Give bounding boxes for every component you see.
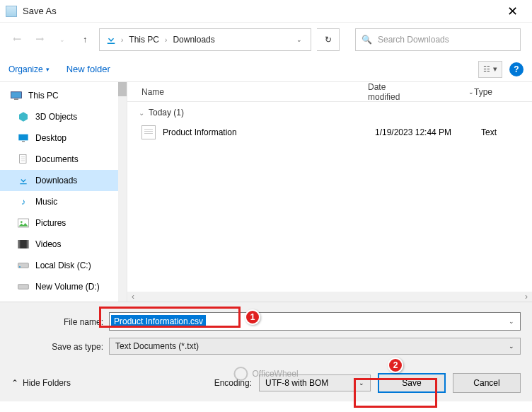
- file-list: Name Date modified⌄ Type ⌄ Today (1) Pro…: [127, 82, 532, 302]
- search-placeholder: Search Downloads: [378, 35, 449, 45]
- chevron-down-icon: ⌄: [468, 88, 474, 96]
- col-type[interactable]: Type: [474, 87, 532, 97]
- chevron-up-icon: ⌃: [11, 378, 18, 388]
- back-button[interactable]: 🠔: [8, 31, 25, 48]
- search-input[interactable]: 🔍 Search Downloads: [355, 28, 521, 51]
- svg-rect-2: [18, 135, 28, 141]
- hide-folders-button[interactable]: ⌃ Hide Folders: [11, 378, 71, 388]
- pc-icon: [10, 89, 23, 102]
- breadcrumb-item[interactable]: Downloads: [170, 33, 217, 46]
- svg-rect-11: [19, 266, 21, 267]
- filename-value: Product Information.csv: [111, 315, 206, 328]
- save-as-type-label: Save as type:: [11, 341, 103, 352]
- sidebar-item-this-pc[interactable]: This PC: [0, 85, 127, 106]
- chevron-down-icon: ⌄: [359, 379, 364, 387]
- scroll-left-icon[interactable]: ‹: [127, 292, 139, 302]
- column-headers: Name Date modified⌄ Type: [127, 82, 532, 102]
- refresh-button[interactable]: ↻: [317, 28, 340, 51]
- save-as-type-select[interactable]: Text Documents (*.txt) ⌄: [109, 338, 521, 355]
- sidebar-item-pictures[interactable]: Pictures: [0, 212, 127, 234]
- scroll-right-icon[interactable]: ›: [521, 292, 532, 302]
- chevron-down-icon: ⌄: [139, 109, 144, 117]
- body: This PC 3D Objects Desktop Documents Dow…: [0, 82, 532, 302]
- chevron-right-icon: ›: [121, 36, 123, 44]
- downloads-icon: [104, 33, 118, 47]
- filename-label: File name:: [11, 316, 103, 327]
- sidebar: This PC 3D Objects Desktop Documents Dow…: [0, 82, 127, 302]
- svg-point-6: [21, 221, 23, 223]
- window-icon: [6, 6, 17, 17]
- sidebar-scrollbar[interactable]: [118, 82, 127, 302]
- sidebar-item-new-volume[interactable]: New Volume (D:): [0, 276, 127, 297]
- sidebar-item-music[interactable]: ♪Music: [0, 191, 127, 212]
- titlebar: Save As ✕: [0, 0, 532, 23]
- bottom-bar: ⌃ Hide Folders Encoding: UTF-8 with BOM …: [0, 369, 532, 401]
- cancel-button[interactable]: Cancel: [453, 373, 521, 393]
- disk-icon: [17, 259, 30, 272]
- up-button[interactable]: ↑: [76, 31, 93, 48]
- sidebar-item-desktop[interactable]: Desktop: [0, 127, 127, 149]
- file-date: 1/19/2023 12:44 PM: [375, 127, 481, 137]
- window-title: Save As: [23, 6, 499, 16]
- sidebar-item-documents[interactable]: Documents: [0, 149, 127, 170]
- desktop-icon: [17, 132, 30, 144]
- col-name[interactable]: Name: [141, 87, 368, 97]
- svg-rect-1: [14, 99, 18, 101]
- svg-rect-0: [11, 92, 22, 98]
- recent-dropdown[interactable]: ⌄: [54, 31, 71, 48]
- svg-rect-9: [27, 240, 29, 248]
- text-file-icon: [141, 125, 156, 139]
- navbar: 🠔 🠖 ⌄ ↑ › This PC › Downloads ⌄ ↻ 🔍 Sear…: [0, 23, 532, 57]
- chevron-down-icon[interactable]: ⌄: [503, 318, 520, 325]
- horizontal-scrollbar[interactable]: ‹ ›: [127, 292, 532, 302]
- svg-rect-8: [18, 240, 21, 248]
- sidebar-item-local-disk[interactable]: Local Disk (C:): [0, 255, 127, 276]
- breadcrumb[interactable]: › This PC › Downloads ⌄: [99, 28, 311, 51]
- cube-icon: [17, 110, 30, 123]
- sidebar-item-downloads[interactable]: Downloads: [0, 170, 127, 191]
- svg-rect-3: [22, 141, 25, 142]
- pictures-icon: [17, 217, 30, 229]
- organize-menu[interactable]: Organize▾: [8, 64, 50, 74]
- annotation-badge-2: 2: [388, 357, 403, 373]
- sidebar-item-3d-objects[interactable]: 3D Objects: [0, 106, 127, 127]
- downloads-icon: [17, 174, 30, 187]
- new-folder-button[interactable]: New folder: [66, 64, 110, 74]
- videos-icon: [17, 238, 30, 251]
- group-header[interactable]: ⌄ Today (1): [127, 102, 532, 120]
- chevron-down-icon: ▾: [46, 66, 50, 73]
- disk-icon: [17, 280, 30, 293]
- chevron-right-icon: ›: [165, 36, 167, 44]
- save-button[interactable]: Save: [378, 373, 446, 393]
- search-icon: 🔍: [362, 35, 372, 45]
- documents-icon: [17, 153, 30, 166]
- toolbar: Organize▾ New folder ☷ ▾ ?: [0, 57, 532, 82]
- sidebar-item-videos[interactable]: Videos: [0, 234, 127, 255]
- save-panel: File name: Product Information.csv ⌄ Sav…: [0, 302, 532, 369]
- help-button[interactable]: ?: [509, 62, 524, 76]
- music-icon: ♪: [17, 195, 30, 208]
- file-row[interactable]: Product Information 1/19/2023 12:44 PM T…: [127, 120, 532, 144]
- encoding-label: Encoding:: [214, 378, 252, 388]
- chevron-down-icon[interactable]: ⌄: [292, 36, 306, 43]
- annotation-badge-1: 1: [245, 309, 260, 325]
- file-type: Text: [481, 127, 532, 137]
- chevron-down-icon: ⌄: [509, 343, 514, 350]
- filename-input[interactable]: Product Information.csv ⌄: [109, 312, 521, 331]
- breadcrumb-item[interactable]: This PC: [126, 33, 162, 46]
- forward-button[interactable]: 🠖: [31, 31, 48, 48]
- encoding-select[interactable]: UTF-8 with BOM ⌄: [259, 374, 371, 391]
- view-options-button[interactable]: ☷ ▾: [478, 61, 502, 78]
- col-date[interactable]: Date modified⌄: [368, 82, 474, 102]
- file-name: Product Information: [163, 127, 375, 137]
- svg-rect-12: [18, 285, 29, 290]
- close-icon[interactable]: ✕: [499, 1, 526, 22]
